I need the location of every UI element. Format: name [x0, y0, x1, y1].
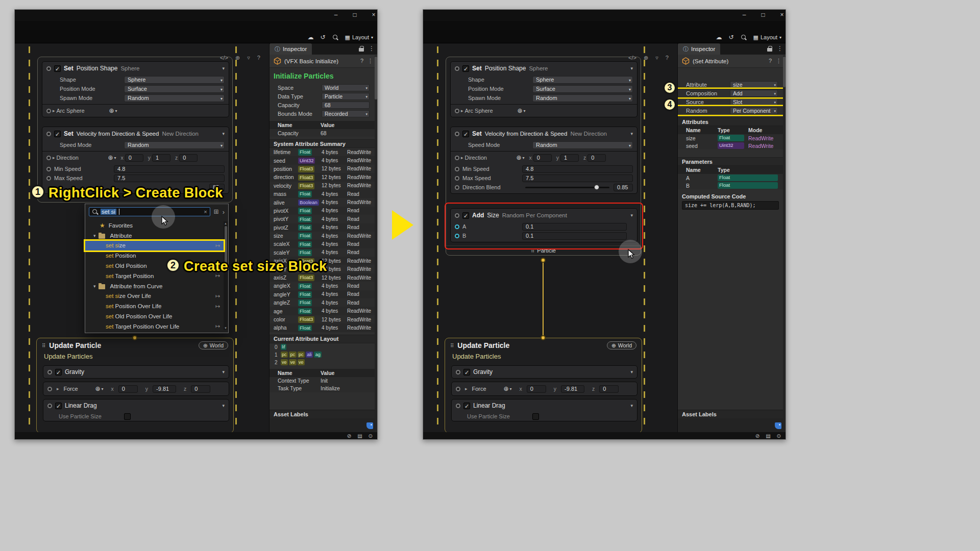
- block-port[interactable]: [456, 404, 460, 408]
- input-port[interactable]: [46, 176, 51, 181]
- tag-icon[interactable]: [366, 422, 373, 429]
- expander-icon[interactable]: ▸: [53, 108, 55, 113]
- chevron-down-icon[interactable]: ▾: [222, 131, 225, 136]
- linear-drag-block[interactable]: ✓ Linear Drag ▾ Use Particle Size: [43, 399, 229, 421]
- history-icon[interactable]: ↺: [728, 34, 733, 41]
- block-port[interactable]: [46, 66, 51, 71]
- x-field[interactable]: 0: [118, 385, 138, 393]
- enum-dropdown[interactable]: Sphere▾: [532, 76, 633, 84]
- flow-anchor-dot[interactable]: [541, 335, 546, 340]
- z-field[interactable]: 0: [587, 154, 606, 162]
- grid-view-icon[interactable]: ⊞: [214, 208, 219, 215]
- search-result-item[interactable]: ▾ ★ set Target Position Over Life ↦: [85, 321, 224, 332]
- checkbox-checked[interactable]: ✓: [463, 369, 470, 375]
- force-block[interactable]: ▸ Force ⊕▾ x0 y-9.81 z0: [451, 382, 638, 396]
- search-result-item[interactable]: ▾ ★ Attribute from Curve ↦: [85, 281, 224, 291]
- context-header[interactable]: ⠿ Update Particle ⊕World: [37, 338, 233, 353]
- flow-edge[interactable]: [543, 262, 544, 336]
- history-icon[interactable]: ↺: [320, 34, 325, 41]
- expander-icon[interactable]: ▸: [53, 155, 55, 160]
- chevron-down-icon[interactable]: ▾: [222, 66, 225, 71]
- help-icon[interactable]: ?: [666, 55, 669, 61]
- debug-icon[interactable]: ▿: [655, 55, 658, 61]
- search-icon[interactable]: [332, 34, 338, 40]
- field-value-dropdown[interactable]: Per Component▾: [730, 107, 778, 114]
- help-icon[interactable]: ?: [769, 58, 772, 64]
- attach-icon[interactable]: ⊕: [644, 55, 648, 61]
- chevron-down-icon[interactable]: ▾: [630, 66, 633, 71]
- expand-panel-icon[interactable]: ›: [223, 208, 225, 216]
- min-speed-field[interactable]: 4.8: [522, 165, 633, 173]
- titlebar[interactable]: – □ ×: [15, 10, 377, 21]
- checkbox-checked[interactable]: ✓: [55, 403, 62, 409]
- cloud-icon[interactable]: ☁: [307, 34, 313, 41]
- lock-icon[interactable]: [359, 48, 364, 52]
- linear-drag-block[interactable]: ✓ Linear Drag ▾ Use Particle Size: [451, 399, 638, 421]
- set-position-shape-block[interactable]: ✓ Set Position Shape Sphere ▾ Shape Sphe…: [42, 61, 229, 117]
- maximize-button[interactable]: □: [758, 11, 768, 19]
- field-value-dropdown[interactable]: Add▾: [730, 90, 778, 97]
- chevron-down-icon[interactable]: ▾: [222, 403, 225, 408]
- help-icon[interactable]: ?: [360, 58, 363, 64]
- input-port[interactable]: [455, 167, 459, 171]
- checkbox-checked[interactable]: ✓: [54, 131, 61, 137]
- y-field[interactable]: -9.81: [561, 385, 584, 393]
- y-field[interactable]: 1: [152, 154, 170, 162]
- block-header[interactable]: ✓ Set Position Shape Sphere ▾: [451, 62, 637, 75]
- world-badge[interactable]: ⊕World: [607, 341, 636, 349]
- block-port[interactable]: [455, 132, 459, 136]
- popup-scrollbar[interactable]: ▲ ▼: [224, 221, 228, 330]
- max-speed-field[interactable]: 7.5: [522, 174, 633, 182]
- block-port[interactable]: [455, 66, 459, 71]
- maximize-button[interactable]: □: [350, 11, 359, 19]
- sphere-icon[interactable]: ⊕▾: [108, 154, 116, 161]
- block-header[interactable]: ✓ Set Velocity from Direction & Speed Ne…: [42, 127, 229, 140]
- sphere-icon[interactable]: ⊕▾: [109, 107, 117, 114]
- field-value-dropdown[interactable]: World▾: [322, 84, 370, 91]
- search-result-item[interactable]: ▾ ★ set Old Position Over Life ↦: [85, 311, 224, 321]
- chevron-down-icon[interactable]: ▾: [222, 369, 225, 374]
- enum-dropdown[interactable]: Random▾: [532, 94, 633, 102]
- input-port[interactable]: [46, 109, 51, 113]
- field-value-dropdown[interactable]: 68▾: [322, 102, 370, 109]
- input-port[interactable]: [47, 387, 52, 391]
- input-port[interactable]: [456, 387, 460, 391]
- checkbox-unchecked[interactable]: [124, 413, 131, 420]
- code-icon[interactable]: </>: [628, 55, 636, 61]
- min-speed-field[interactable]: 4.8: [114, 165, 225, 173]
- cloud-icon[interactable]: ☁: [716, 34, 722, 41]
- kebab-icon[interactable]: ⋮: [368, 58, 373, 64]
- minimize-button[interactable]: –: [331, 11, 340, 19]
- flow-anchor-dot[interactable]: [541, 258, 546, 263]
- blend-slider[interactable]: [525, 187, 609, 188]
- input-port[interactable]: [455, 156, 459, 160]
- scroll-up-icon[interactable]: ▲: [224, 222, 228, 225]
- inspector-scrollbar[interactable]: [783, 56, 786, 432]
- world-badge[interactable]: ⊕World: [199, 341, 228, 349]
- y-field[interactable]: -9.81: [153, 385, 176, 393]
- block-port[interactable]: [47, 370, 52, 374]
- field-value-dropdown[interactable]: Particle▾: [322, 93, 370, 100]
- set-position-shape-block[interactable]: ✓ Set Position Shape Sphere ▾ Shape Sphe…: [450, 61, 638, 117]
- input-port[interactable]: [455, 109, 459, 113]
- context-header[interactable]: ⠿ Update Particle ⊕World: [445, 338, 642, 353]
- slider-knob[interactable]: [594, 185, 599, 190]
- blend-value-field[interactable]: 0.85: [614, 184, 633, 191]
- input-port[interactable]: [455, 185, 459, 190]
- mute-icon[interactable]: ⊘: [347, 433, 351, 439]
- field-value-dropdown[interactable]: Slot▾: [730, 98, 778, 106]
- search-icon[interactable]: [741, 34, 747, 40]
- enum-dropdown[interactable]: Random▾: [124, 141, 225, 149]
- scroll-down-icon[interactable]: ▼: [224, 327, 228, 330]
- search-input[interactable]: set si ×: [89, 207, 210, 216]
- folder-chevron-icon[interactable]: ▾: [93, 284, 96, 289]
- expander-icon[interactable]: ▸: [465, 386, 468, 391]
- field-value-dropdown[interactable]: size▾: [730, 81, 778, 88]
- clear-search-icon[interactable]: ×: [204, 209, 207, 215]
- folder-chevron-icon[interactable]: ▾: [93, 233, 96, 238]
- expander-icon[interactable]: ▸: [57, 386, 59, 391]
- enum-dropdown[interactable]: Random▾: [532, 141, 633, 149]
- enum-dropdown[interactable]: Sphere▾: [124, 76, 225, 84]
- layout-dropdown[interactable]: ▦Layout▾: [345, 34, 373, 41]
- sphere-icon[interactable]: ⊕▾: [517, 154, 525, 161]
